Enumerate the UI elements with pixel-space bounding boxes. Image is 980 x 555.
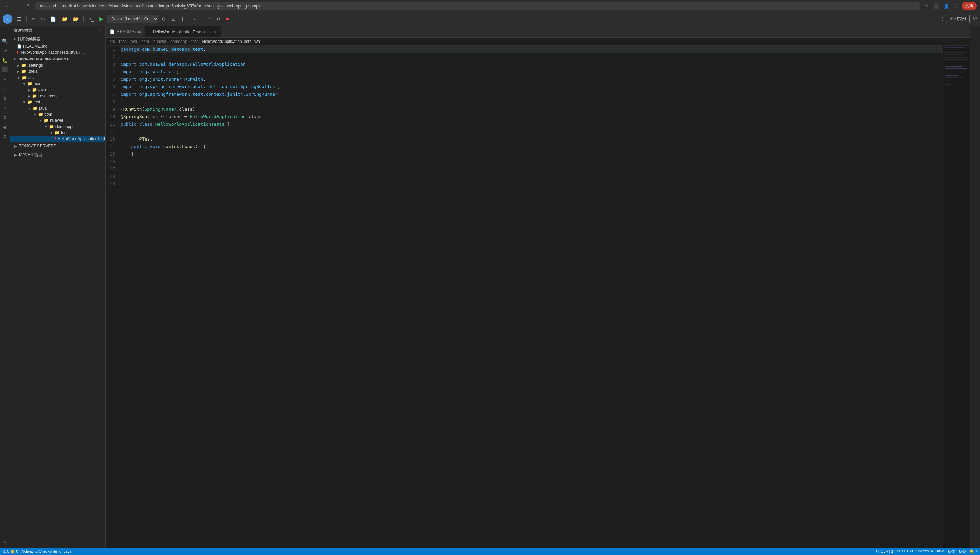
- status-language[interactable]: Java: [937, 549, 944, 554]
- minimap: [943, 46, 970, 547]
- activity-extra3[interactable]: ⊛: [1, 94, 10, 103]
- activity-extra2[interactable]: ≡: [1, 84, 10, 93]
- debug-split-button[interactable]: ⊡: [170, 15, 178, 23]
- tree-theia[interactable]: ▶ 📁 .theia: [10, 68, 105, 75]
- fullscreen-button[interactable]: ⛶: [936, 15, 945, 23]
- step-over-button[interactable]: ⤼: [189, 15, 198, 23]
- refresh-button[interactable]: ↻: [25, 3, 33, 10]
- breadcrumb-test2[interactable]: test: [191, 39, 198, 44]
- tab-readme[interactable]: 📄 README.md: [106, 26, 145, 37]
- activity-explorer[interactable]: ⊞: [1, 27, 10, 36]
- status-errors[interactable]: ⚠ 0 🔔 0: [3, 549, 18, 553]
- code-line-15: }: [120, 151, 943, 158]
- tree-test-java[interactable]: ▼ 📁 java: [10, 105, 105, 111]
- tree-main-java[interactable]: ▶ 📁 java: [10, 87, 105, 93]
- extensions-button[interactable]: ⬛: [932, 3, 940, 9]
- status-spaces[interactable]: Spaces: 4: [916, 549, 933, 554]
- tab-hwtest[interactable]: ! HelloWorldApplicationTests.java ✕: [145, 26, 221, 37]
- breadcrumb-huawei[interactable]: huawei: [153, 39, 166, 44]
- tree-com[interactable]: ▼ 📁 com: [10, 111, 105, 117]
- close-instance-button[interactable]: 关闭实例: [946, 14, 970, 23]
- open-editors-label: 打开的编辑器: [18, 37, 40, 42]
- forward-button[interactable]: →: [14, 3, 22, 10]
- terminal-button[interactable]: >_: [87, 15, 96, 23]
- pause-button[interactable]: ⏸: [179, 15, 188, 23]
- activity-debug[interactable]: 🐛: [1, 56, 10, 65]
- svg-rect-7: [945, 66, 962, 67]
- new-folder-button[interactable]: 📁: [59, 15, 69, 23]
- bookmark-button[interactable]: ☆: [923, 3, 930, 9]
- tab-close-icon[interactable]: ✕: [213, 30, 217, 34]
- tree-demoapp[interactable]: ▼ 📁 demoapp: [10, 124, 105, 130]
- code-content[interactable]: package com.huawei.demoapp.test; import …: [119, 46, 943, 547]
- folder-icon-src: 📁: [22, 75, 27, 80]
- hamburger-button[interactable]: ☰: [15, 15, 24, 23]
- step-into-button[interactable]: ↓: [199, 15, 205, 23]
- tree-test-folder[interactable]: ▼ 📁 test: [10, 130, 105, 136]
- activity-extra6[interactable]: ◉: [1, 122, 10, 132]
- open-file-readme[interactable]: 📄 README.md: [10, 43, 105, 49]
- tomcat-chevron: ▶: [14, 144, 17, 148]
- tree-main-java-label: java: [39, 87, 46, 92]
- tree-com-label: com: [45, 112, 52, 117]
- activity-search[interactable]: 🔍: [1, 37, 10, 46]
- tree-src[interactable]: ▼ 📁 src: [10, 75, 105, 81]
- project-section[interactable]: ▼ JAVA-WEB-SPRING-SAMPLE: [10, 56, 105, 62]
- restart-button[interactable]: ↺: [214, 15, 223, 23]
- activity-scm[interactable]: ⎇: [1, 46, 10, 55]
- redo-button[interactable]: ↪: [39, 15, 47, 23]
- tree-test[interactable]: ▼ 📁 test: [10, 99, 105, 105]
- activity-extra7[interactable]: ⊗: [1, 132, 10, 141]
- settings-button[interactable]: ⚙: [160, 15, 168, 23]
- status-position[interactable]: 行 1，列 1: [876, 549, 893, 554]
- status-notifications[interactable]: 🔔 1: [969, 549, 977, 554]
- activity-extra4[interactable]: ⊕: [1, 103, 10, 112]
- sep-1: [26, 16, 27, 22]
- new-file-button[interactable]: 📄: [48, 15, 58, 23]
- editor-tabs: 📄 README.md ! HelloWorldApplicationTests…: [106, 26, 970, 38]
- breadcrumb-java[interactable]: java: [130, 39, 137, 44]
- open-file-hwtest[interactable]: ! HelloWorldApplicationTests.java sr...: [10, 49, 105, 56]
- tree-hwtest-file[interactable]: ! HelloWorldApplicationTest...: [10, 136, 105, 142]
- tomcat-servers-section[interactable]: ▶ TOMCAT SERVERS: [10, 142, 105, 151]
- maven-section[interactable]: ▶ MAVEN 项目: [10, 151, 105, 160]
- activity-extra5[interactable]: ⊙: [1, 113, 10, 122]
- code-line-17: }: [120, 165, 943, 173]
- svg-rect-5: [945, 59, 969, 60]
- tree-huawei-label: huawei: [50, 118, 63, 123]
- activity-extra1[interactable]: ✦: [1, 75, 10, 84]
- back-button[interactable]: ←: [3, 3, 11, 10]
- breadcrumb-filename[interactable]: HelloWorldApplicationTests.java: [202, 39, 260, 44]
- tree-main-label: main: [34, 81, 43, 86]
- step-out-button[interactable]: ↑: [207, 15, 213, 23]
- menu-button[interactable]: ⋮: [953, 3, 959, 9]
- stop-button[interactable]: ■: [224, 15, 231, 23]
- open-file-hwtest-name: HelloWorldApplicationTests.java: [19, 50, 78, 55]
- activity-extensions[interactable]: ⬛: [1, 65, 10, 74]
- sidebar-menu-icon[interactable]: ···: [99, 29, 102, 33]
- open-folder-button[interactable]: 📂: [71, 15, 81, 23]
- run-button[interactable]: ▶: [97, 14, 106, 24]
- code-line-19: [120, 180, 943, 188]
- update-button[interactable]: 更新: [962, 2, 977, 10]
- tree-main[interactable]: ▼ 📁 main: [10, 81, 105, 87]
- profile-button[interactable]: 👤: [942, 3, 950, 9]
- app-logo: ☁: [3, 14, 12, 24]
- code-line-13: @Test: [120, 135, 943, 143]
- tree-huawei[interactable]: ▼ 📁 huawei: [10, 117, 105, 124]
- tree-src-label: src: [28, 75, 34, 80]
- status-shield[interactable]: 反锁: [959, 549, 966, 554]
- open-editors-section[interactable]: ▼ 打开的编辑器: [10, 35, 105, 43]
- status-feedback[interactable]: 反馈: [948, 549, 955, 554]
- undo-button[interactable]: ↩: [29, 15, 37, 23]
- tree-settings[interactable]: ▶ 📁 .settings: [10, 62, 105, 68]
- breadcrumb-com[interactable]: com: [141, 39, 149, 44]
- url-bar[interactable]: devcloud.cn-north-4.huaweicloud.com/clou…: [35, 2, 921, 10]
- activity-settings-bottom[interactable]: ⚙: [1, 537, 10, 546]
- status-encoding[interactable]: LF UTF-8: [897, 549, 913, 554]
- tree-resources[interactable]: ▶ 📁 resources: [10, 93, 105, 99]
- debug-config-select[interactable]: Debug (Launch) - Cu: [107, 15, 158, 23]
- breadcrumb-src[interactable]: src: [109, 39, 115, 44]
- breadcrumb-test[interactable]: test: [119, 39, 125, 44]
- breadcrumb-demoapp[interactable]: demoapp: [170, 39, 187, 44]
